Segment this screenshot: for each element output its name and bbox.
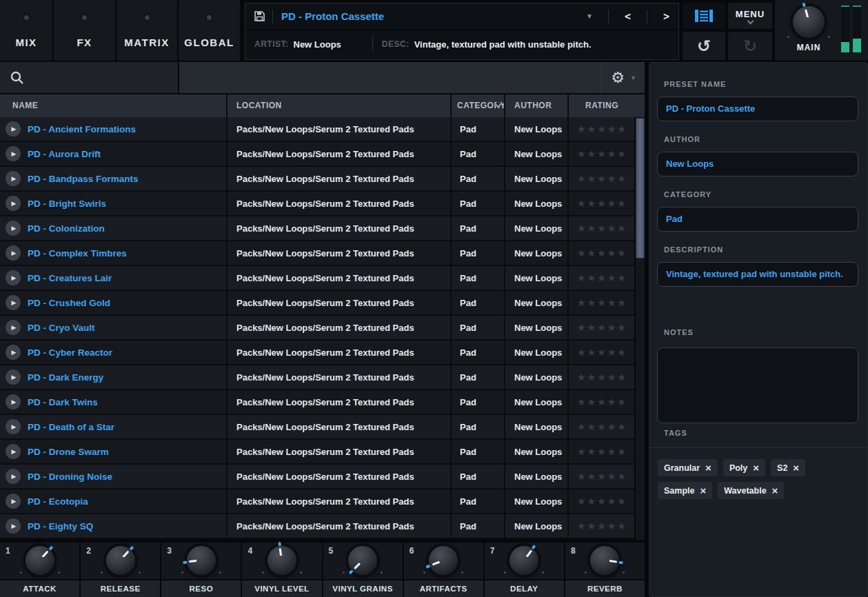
table-row[interactable]: ▶PD - Dark TwinsPacks/New Loops/Serum 2 …	[0, 390, 634, 415]
star-icon[interactable]: ★	[617, 446, 627, 457]
rating-cell[interactable]: ★★★★★	[569, 470, 627, 483]
main-volume-knob[interactable]	[793, 6, 825, 38]
star-icon[interactable]: ★	[617, 347, 627, 358]
star-icon[interactable]: ★	[577, 148, 587, 159]
play-preview-button[interactable]: ▶	[6, 320, 21, 335]
preset-name-cell[interactable]: PD - Dark Energy	[28, 372, 103, 383]
star-icon[interactable]: ★	[587, 247, 598, 259]
star-icon[interactable]: ★	[587, 123, 598, 134]
star-icon[interactable]: ★	[577, 372, 587, 383]
rating-cell[interactable]: ★★★★★	[569, 247, 627, 259]
star-icon[interactable]: ★	[587, 173, 598, 184]
rating-cell[interactable]: ★★★★★	[569, 222, 627, 234]
star-icon[interactable]: ★	[577, 396, 587, 407]
star-icon[interactable]: ★	[587, 148, 598, 159]
macro-knob[interactable]	[348, 546, 377, 575]
remove-tag-icon[interactable]: ×	[753, 463, 759, 473]
macro-knob[interactable]	[187, 546, 216, 575]
star-icon[interactable]: ★	[597, 396, 607, 407]
star-icon[interactable]: ★	[607, 520, 618, 532]
rating-cell[interactable]: ★★★★★	[569, 197, 627, 210]
star-icon[interactable]: ★	[597, 496, 607, 507]
tag-chip-sample[interactable]: Sample×	[658, 482, 712, 499]
macro-knob[interactable]	[509, 546, 538, 575]
star-icon[interactable]: ★	[597, 322, 607, 333]
star-icon[interactable]: ★	[617, 297, 627, 308]
column-header-author[interactable]: AUTHOR	[505, 94, 569, 117]
preset-name-cell[interactable]: PD - Creatures Lair	[28, 273, 112, 283]
table-row[interactable]: ▶PD - Death of a StarPacks/New Loops/Ser…	[0, 415, 634, 440]
star-icon[interactable]: ★	[607, 446, 618, 457]
preset-dropdown-icon[interactable]: ▼	[578, 12, 601, 20]
rating-cell[interactable]: ★★★★★	[569, 421, 627, 433]
table-row[interactable]: ▶PD - Dark EnergyPacks/New Loops/Serum 2…	[0, 365, 634, 390]
star-icon[interactable]: ★	[577, 446, 587, 457]
star-icon[interactable]: ★	[607, 372, 618, 383]
rating-cell[interactable]: ★★★★★	[569, 123, 627, 135]
star-icon[interactable]: ★	[617, 396, 627, 407]
star-icon[interactable]: ★	[587, 421, 598, 432]
star-icon[interactable]: ★	[617, 198, 627, 209]
star-icon[interactable]: ★	[607, 123, 618, 134]
table-row[interactable]: ▶PD - Droning NoisePacks/New Loops/Serum…	[0, 465, 634, 489]
rating-cell[interactable]: ★★★★★	[569, 272, 627, 284]
play-preview-button[interactable]: ▶	[6, 171, 21, 186]
scrollbar-thumb[interactable]	[636, 118, 645, 259]
play-preview-button[interactable]: ▶	[6, 295, 21, 310]
table-row[interactable]: ▶PD - Bandpass FormantsPacks/New Loops/S…	[0, 167, 634, 192]
star-icon[interactable]: ★	[617, 247, 627, 259]
tag-chip-wavetable[interactable]: Wavetable×	[718, 482, 784, 499]
play-preview-button[interactable]: ▶	[6, 245, 21, 261]
table-row[interactable]: ▶PD - Aurora DriftPacks/New Loops/Serum …	[0, 142, 634, 167]
star-icon[interactable]: ★	[577, 173, 587, 184]
star-icon[interactable]: ★	[617, 272, 627, 283]
rating-cell[interactable]: ★★★★★	[569, 371, 627, 383]
play-preview-button[interactable]: ▶	[6, 469, 21, 484]
table-row[interactable]: ▶PD - Eighty SQPacks/New Loops/Serum 2 T…	[0, 514, 634, 539]
table-row[interactable]: ▶PD - ColonizationPacks/New Loops/Serum …	[0, 216, 634, 241]
star-icon[interactable]: ★	[597, 347, 607, 358]
preset-name-cell[interactable]: PD - Bright Swirls	[28, 199, 106, 209]
tab-fx[interactable]: FX	[54, 0, 115, 61]
rating-cell[interactable]: ★★★★★	[569, 346, 627, 358]
star-icon[interactable]: ★	[607, 247, 618, 259]
filter-bar[interactable]: ⚙ ▼	[179, 62, 645, 93]
star-icon[interactable]: ★	[607, 496, 618, 507]
preset-name-cell[interactable]: PD - Ecotopia	[28, 496, 88, 507]
star-icon[interactable]: ★	[587, 322, 598, 333]
browser-view-button[interactable]	[683, 3, 725, 29]
gear-dropdown-icon[interactable]: ▼	[630, 74, 636, 81]
play-preview-button[interactable]: ▶	[6, 146, 21, 161]
star-icon[interactable]: ★	[607, 297, 618, 308]
menu-button[interactable]: MENU	[728, 3, 772, 29]
tag-chip-poly[interactable]: Poly×	[723, 459, 765, 476]
current-preset-name[interactable]: PD - Proton Cassette	[281, 10, 384, 22]
tag-chip-granular[interactable]: Granular×	[658, 459, 718, 476]
star-icon[interactable]: ★	[597, 272, 607, 283]
star-icon[interactable]: ★	[617, 421, 627, 432]
star-icon[interactable]: ★	[587, 446, 598, 457]
macro-knob[interactable]	[106, 546, 135, 575]
macro-knob[interactable]	[429, 546, 458, 575]
column-header-location[interactable]: LOCATION	[228, 94, 452, 117]
play-preview-button[interactable]: ▶	[6, 345, 21, 360]
table-row[interactable]: ▶PD - Complex TimbresPacks/New Loops/Ser…	[0, 241, 634, 266]
star-icon[interactable]: ★	[597, 247, 607, 259]
next-preset-button[interactable]: >	[654, 10, 678, 23]
rating-cell[interactable]: ★★★★★	[569, 445, 627, 458]
star-icon[interactable]: ★	[607, 322, 618, 333]
table-row[interactable]: ▶PD - Bright SwirlsPacks/New Loops/Serum…	[0, 192, 634, 216]
play-preview-button[interactable]: ▶	[6, 518, 21, 534]
table-row[interactable]: ▶PD - Cyber ReactorPacks/New Loops/Serum…	[0, 341, 634, 365]
star-icon[interactable]: ★	[577, 198, 587, 209]
star-icon[interactable]: ★	[607, 347, 618, 358]
prev-preset-button[interactable]: <	[616, 10, 640, 23]
preset-name-cell[interactable]: PD - Aurora Drift	[28, 149, 101, 159]
star-icon[interactable]: ★	[597, 297, 607, 308]
star-icon[interactable]: ★	[617, 148, 627, 159]
preset-name-cell[interactable]: PD - Cyber Reactor	[28, 347, 112, 358]
star-icon[interactable]: ★	[597, 223, 607, 234]
list-scrollbar[interactable]	[636, 118, 645, 540]
star-icon[interactable]: ★	[587, 198, 598, 209]
preset-name-cell[interactable]: PD - Bandpass Formants	[28, 174, 139, 184]
